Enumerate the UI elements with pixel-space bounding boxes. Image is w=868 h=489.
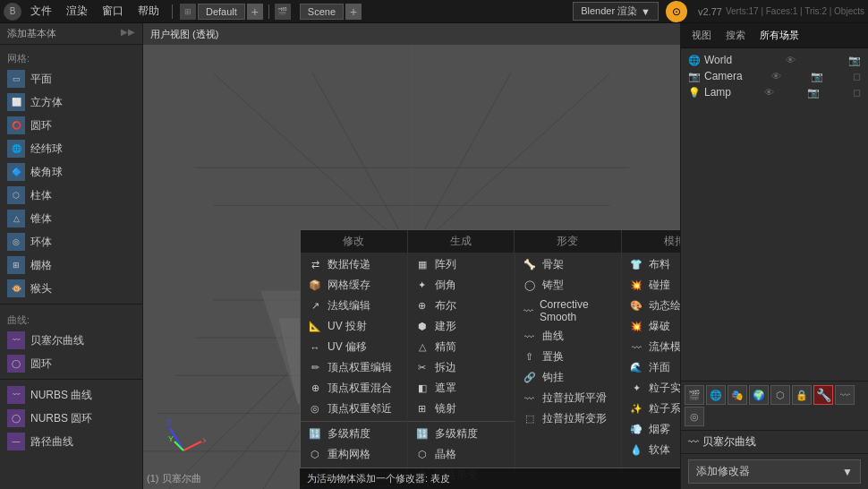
item-mirror[interactable]: ⊞ 镜射 — [408, 399, 515, 419]
sidebar-item-circle[interactable]: ⭕ 圆环 — [0, 114, 142, 137]
item-uv-warp[interactable]: ↔ UV 偏移 — [301, 337, 407, 357]
item-displace[interactable]: ⇧ 置换 — [515, 347, 622, 367]
item-normal-edit[interactable]: ↗ 法线编辑 — [301, 296, 407, 316]
sidebar-item-cube[interactable]: ⬜ 立方体 — [0, 90, 142, 114]
item-data-transfer[interactable]: ⇄ 数据传递 — [301, 254, 407, 275]
workspace-tab[interactable]: Default — [198, 4, 245, 20]
curve-circle-label: 圆环 — [30, 356, 52, 372]
item-cloth[interactable]: 👕 布料 — [622, 254, 680, 275]
add-modifier-btn[interactable]: 添加修改器 ▼ — [688, 459, 861, 484]
item-corrective-smooth[interactable]: 〰 Corrective Smooth — [515, 296, 622, 326]
item-mesh-cache[interactable]: 📦 网格缓存 — [301, 275, 407, 296]
view-btn[interactable]: 视图 — [686, 27, 717, 44]
stats-label: Verts:17 | Faces:1 | Tris:2 | Objects — [726, 6, 864, 16]
constraints-btn[interactable]: 🔒 — [792, 385, 812, 405]
item-dynamic-paint[interactable]: 🎨 动态绘画 — [622, 296, 680, 316]
render-props-btn[interactable]: 🎬 — [685, 385, 704, 405]
data-btn[interactable]: 〰 — [835, 385, 855, 405]
lamp-select-icon[interactable]: ◻ — [853, 87, 861, 99]
item-edge-split[interactable]: ✂ 拆边 — [408, 357, 515, 378]
lamp-render-icon[interactable]: 📷 — [807, 87, 820, 99]
menu-file[interactable]: 文件 — [25, 2, 57, 21]
grid-label: 棚格 — [30, 258, 52, 273]
world-props-btn[interactable]: 🌍 — [749, 385, 769, 405]
sidebar-item-uvsphere[interactable]: 🌐 经纬球 — [0, 137, 142, 160]
item-mask[interactable]: ◧ 遮罩 — [408, 378, 515, 399]
object-props-btn[interactable]: ⬡ — [770, 385, 790, 405]
add-workspace-btn[interactable]: + — [247, 4, 263, 20]
item-vw-edit[interactable]: ✏ 顶点权重编辑 — [301, 357, 407, 378]
item-remesh[interactable]: ⬡ 重构网格 — [301, 444, 407, 465]
item-soft-body[interactable]: 💧 软体 — [622, 440, 680, 460]
render-engine-select[interactable]: Blender 渲染 ▼ — [573, 2, 659, 21]
sidebar-item-icosphere[interactable]: 🔷 棱角球 — [0, 160, 142, 184]
item-multires-gen[interactable]: 🔢 多级精度 — [408, 424, 515, 444]
add-scene-btn[interactable]: + — [345, 4, 362, 20]
item-particle-system[interactable]: ✨ 粒子系统 — [622, 399, 680, 419]
menu-window[interactable]: 窗口 — [97, 2, 129, 21]
camera-eye-icon[interactable]: 👁 — [771, 71, 781, 82]
sidebar-item-plane[interactable]: ▭ 平面 — [0, 67, 142, 90]
item-curve[interactable]: 〰 曲线 — [515, 326, 622, 347]
sidebar-item-cone[interactable]: △ 锥体 — [0, 207, 142, 230]
sidebar-item-bezier[interactable]: 〰 贝塞尔曲线 — [0, 329, 142, 352]
world-render-icon[interactable]: 📷 — [848, 55, 861, 66]
sidebar-item-torus[interactable]: ◎ 环体 — [0, 230, 142, 253]
menu-render[interactable]: 渲染 — [61, 2, 93, 21]
scene-tree-world[interactable]: 🌐 World 👁 📷 — [685, 52, 864, 68]
item-build[interactable]: ⬢ 建形 — [408, 316, 515, 337]
item-hook[interactable]: 🔗 钩挂 — [515, 367, 622, 388]
item-explode[interactable]: 💥 爆破 — [622, 316, 680, 337]
scene-tab[interactable]: Scene — [300, 4, 344, 20]
item-label: 阵列 — [435, 257, 456, 272]
sidebar-item-curve-circle[interactable]: ◯ 圆环 — [0, 352, 142, 375]
viewport-title: 用户视图 (透视) — [150, 28, 218, 41]
render-layer-btn[interactable]: 🌐 — [706, 385, 726, 405]
all-scenes-btn[interactable]: 所有场景 — [754, 27, 804, 44]
scene-tree-lamp[interactable]: 💡 Lamp 👁 📷 ◻ — [685, 84, 864, 100]
item-smoke[interactable]: 💨 烟雾 — [622, 419, 680, 440]
modifier-btn[interactable]: 🔧 — [813, 385, 833, 405]
item-fluid[interactable]: 〰 流体模拟 — [622, 337, 680, 357]
camera-select-icon[interactable]: ◻ — [853, 71, 861, 82]
data-transfer-icon: ⇄ — [308, 258, 322, 272]
item-particle-instance[interactable]: ✦ 粒子实例 — [622, 378, 680, 399]
item-laplacian-deform[interactable]: ⬚ 拉普拉斯变形 — [515, 408, 622, 429]
sidebar-item-cylinder[interactable]: ⬡ 柱体 — [0, 184, 142, 207]
item-armature[interactable]: 🦴 骨架 — [515, 254, 622, 275]
sidebar-item-nurbs-circle[interactable]: ◯ NURBS 圆环 — [0, 407, 142, 430]
sidebar-collapse-icon[interactable]: ▶▶ — [121, 27, 135, 37]
material-btn[interactable]: ◎ — [685, 407, 704, 426]
menu-help[interactable]: 帮助 — [132, 2, 165, 21]
item-label: 烟雾 — [649, 422, 670, 437]
item-multiresolution[interactable]: 🔢 多级精度 — [301, 424, 407, 444]
item-decimate[interactable]: △ 精简 — [408, 337, 515, 357]
add-mesh-title: 添加基本体 — [7, 28, 56, 39]
item-uv-project[interactable]: 📐 UV 投射 — [301, 316, 407, 337]
item-array[interactable]: ▦ 阵列 — [408, 254, 515, 275]
sidebar-item-nurbs-curve[interactable]: 〰 NURBS 曲线 — [0, 383, 142, 407]
blender-version: v2.77 — [698, 6, 722, 17]
scene-tree-camera[interactable]: 📷 Camera 👁 📷 ◻ — [685, 68, 864, 84]
item-boolean[interactable]: ⊕ 布尔 — [408, 296, 515, 316]
search-btn[interactable]: 搜索 — [720, 27, 751, 44]
item-lattice-gen[interactable]: ⬡ 晶格 — [408, 444, 515, 465]
item-ocean[interactable]: 🌊 洋面 — [622, 357, 680, 378]
scene-props-btn[interactable]: 🎭 — [728, 385, 747, 405]
nurbs-circle-label: NURBS 圆环 — [30, 411, 92, 426]
viewport[interactable]: 用户视图 (透视) — [143, 23, 680, 489]
item-collision[interactable]: 💥 碰撞 — [622, 275, 680, 296]
torus-icon: ◎ — [7, 233, 25, 251]
sidebar-item-grid[interactable]: ⊞ 棚格 — [0, 253, 142, 277]
path-label: 路径曲线 — [30, 434, 73, 450]
camera-render-icon[interactable]: 📷 — [811, 71, 823, 82]
sidebar-item-monkey[interactable]: 🐵 猴头 — [0, 277, 142, 300]
sidebar-item-path[interactable]: — 路径曲线 — [0, 430, 142, 453]
item-vw-proximity[interactable]: ◎ 顶点权重邻近 — [301, 399, 407, 419]
world-eye-icon[interactable]: 👁 — [786, 55, 796, 65]
item-cast[interactable]: ◯ 铸型 — [515, 275, 622, 296]
item-bevel[interactable]: ✦ 倒角 — [408, 275, 515, 296]
lamp-eye-icon[interactable]: 👁 — [764, 87, 774, 98]
item-laplacian-smooth[interactable]: 〰 拉普拉斯平滑 — [515, 388, 622, 408]
item-vw-mix[interactable]: ⊕ 顶点权重混合 — [301, 378, 407, 399]
